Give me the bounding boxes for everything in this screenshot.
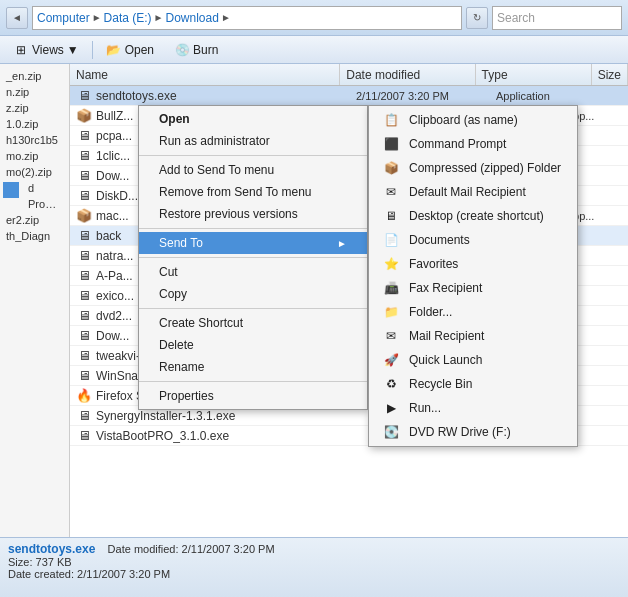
open-button[interactable]: 📂 Open	[99, 39, 161, 61]
back-button[interactable]: ◄	[6, 7, 28, 29]
ctx-remove-send-to[interactable]: Remove from Send To menu	[139, 181, 367, 203]
submenu-fax-label: Fax Recipient	[409, 281, 482, 295]
burn-icon: 💿	[174, 42, 190, 58]
fax-icon: 📠	[381, 280, 401, 296]
ctx-cut[interactable]: Cut	[139, 261, 367, 283]
left-item-7: ProSetup4	[22, 196, 69, 212]
file-name: SynergyInstaller-1.3.1.exe	[96, 409, 235, 423]
file-icon: 🖥	[76, 268, 92, 284]
file-name: 1clic...	[96, 149, 130, 163]
submenu-clipboard-label: Clipboard (as name)	[409, 113, 518, 127]
ctx-send-to[interactable]: Send To ►	[139, 232, 367, 254]
quicklaunch-icon: 🚀	[381, 352, 401, 368]
ctx-send-to-label: Send To	[159, 236, 203, 250]
ctx-send-to-arrow: ►	[337, 238, 347, 249]
breadcrumb-path[interactable]: Computer ► Data (E:) ► Download ►	[32, 6, 462, 30]
submenu-cmd[interactable]: ⬛ Command Prompt	[369, 132, 577, 156]
status-created-value: 2/11/2007 3:20 PM	[77, 568, 170, 580]
file-name: DiskD...	[96, 189, 138, 203]
address-bar: ◄ Computer ► Data (E:) ► Download ► ↻ Se…	[0, 0, 628, 36]
submenu-run[interactable]: ▶ Run...	[369, 396, 577, 420]
left-panel-items: _en.zip n.zip z.zip 1.0.zip h130rc1b5 mo…	[0, 64, 69, 248]
submenu-zip-label: Compressed (zipped) Folder	[409, 161, 561, 175]
col-header-name[interactable]: Name	[70, 64, 340, 85]
breadcrumb-computer[interactable]: Computer	[37, 11, 90, 25]
submenu-mail-default[interactable]: ✉ Default Mail Recipient	[369, 180, 577, 204]
ctx-delete[interactable]: Delete	[139, 334, 367, 356]
table-row[interactable]: 🖥 sendtotoys.exe 2/11/2007 3:20 PM Appli…	[70, 86, 628, 106]
ctx-sep2	[139, 228, 367, 229]
search-placeholder: Search	[497, 11, 535, 25]
views-button[interactable]: ⊞ Views ▼	[6, 39, 86, 61]
breadcrumb-sep2: ►	[154, 12, 164, 23]
file-name: VistaBootPRO_3.1.0.exe	[96, 429, 229, 443]
file-icon: 🖥	[76, 348, 92, 364]
left-item-0: _en.zip	[0, 68, 69, 84]
ctx-copy[interactable]: Copy	[139, 283, 367, 305]
col-header-date[interactable]: Date modified	[340, 64, 475, 85]
file-icon: 🖥	[76, 188, 92, 204]
file-date-cell: 2/11/2007 3:20 PM	[350, 90, 490, 102]
file-icon: 🖥	[76, 148, 92, 164]
clipboard-icon: 📋	[381, 112, 401, 128]
ctx-rename[interactable]: Rename	[139, 356, 367, 378]
file-icon: 🖥	[76, 88, 92, 104]
col-header-size[interactable]: Size	[592, 64, 628, 85]
send-to-submenu: 📋 Clipboard (as name) ⬛ Command Prompt 📦…	[368, 105, 578, 447]
file-name: Dow...	[96, 169, 129, 183]
submenu-clipboard[interactable]: 📋 Clipboard (as name)	[369, 108, 577, 132]
file-name: mac...	[96, 209, 129, 223]
burn-label: Burn	[193, 43, 218, 57]
submenu-fax[interactable]: 📠 Fax Recipient	[369, 276, 577, 300]
file-icon: 🖥	[76, 408, 92, 424]
views-arrow: ▼	[67, 43, 79, 57]
ctx-run-as-admin[interactable]: Run as administrator	[139, 130, 367, 152]
folder-icon: 📁	[381, 304, 401, 320]
col-header-type[interactable]: Type	[476, 64, 592, 85]
submenu-mail[interactable]: ✉ Mail Recipient	[369, 324, 577, 348]
submenu-zip[interactable]: 📦 Compressed (zipped) Folder	[369, 156, 577, 180]
file-icon: 🖥	[76, 428, 92, 444]
submenu-favorites[interactable]: ⭐ Favorites	[369, 252, 577, 276]
breadcrumb-drive[interactable]: Data (E:)	[104, 11, 152, 25]
refresh-button[interactable]: ↻	[466, 7, 488, 29]
ctx-add-send-to[interactable]: Add to Send To menu	[139, 159, 367, 181]
submenu-documents[interactable]: 📄 Documents	[369, 228, 577, 252]
nav-indicator	[3, 182, 19, 198]
submenu-documents-label: Documents	[409, 233, 470, 247]
ctx-open[interactable]: Open	[139, 108, 367, 130]
submenu-dvd[interactable]: 💽 DVD RW Drive (F:)	[369, 420, 577, 444]
submenu-dvd-label: DVD RW Drive (F:)	[409, 425, 511, 439]
left-item-2: z.zip	[0, 100, 69, 116]
toolbar: ⊞ Views ▼ 📂 Open 💿 Burn	[0, 36, 628, 64]
desktop-icon: 🖥	[381, 208, 401, 224]
file-icon: 🖥	[76, 228, 92, 244]
mail-icon: ✉	[381, 328, 401, 344]
left-item-6: mo(2).zip	[0, 164, 69, 180]
file-name: natra...	[96, 249, 133, 263]
ctx-create-shortcut[interactable]: Create Shortcut	[139, 312, 367, 334]
burn-button[interactable]: 💿 Burn	[167, 39, 225, 61]
file-name-cell: 🖥 VistaBootPRO_3.1.0.exe	[70, 428, 350, 444]
left-item-5: mo.zip	[0, 148, 69, 164]
submenu-quicklaunch[interactable]: 🚀 Quick Launch	[369, 348, 577, 372]
views-icon: ⊞	[13, 42, 29, 58]
submenu-folder[interactable]: 📁 Folder...	[369, 300, 577, 324]
dvd-icon: 💽	[381, 424, 401, 440]
views-label: Views	[32, 43, 64, 57]
submenu-recycle[interactable]: ♻ Recycle Bin	[369, 372, 577, 396]
breadcrumb-folder[interactable]: Download	[166, 11, 219, 25]
status-date-value: 2/11/2007 3:20 PM	[182, 543, 275, 555]
file-icon: 🖥	[76, 288, 92, 304]
file-icon: 📦	[76, 208, 92, 224]
left-item-d: d	[22, 180, 69, 196]
left-item-9: th_Diagn	[0, 228, 69, 244]
ctx-properties[interactable]: Properties	[139, 385, 367, 407]
search-box[interactable]: Search	[492, 6, 622, 30]
breadcrumb-sep1: ►	[92, 12, 102, 23]
left-panel: _en.zip n.zip z.zip 1.0.zip h130rc1b5 mo…	[0, 64, 70, 537]
ctx-restore[interactable]: Restore previous versions	[139, 203, 367, 225]
submenu-run-label: Run...	[409, 401, 441, 415]
submenu-desktop[interactable]: 🖥 Desktop (create shortcut)	[369, 204, 577, 228]
context-menu: Open Run as administrator Add to Send To…	[138, 105, 368, 410]
